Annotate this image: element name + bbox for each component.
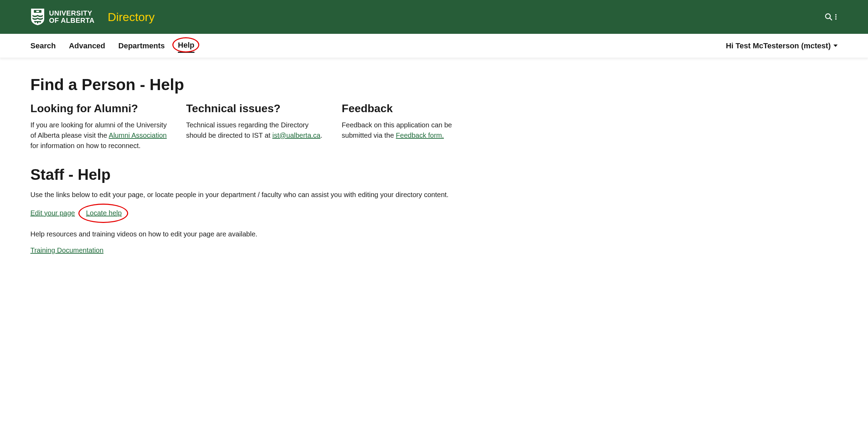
staff-link-row: Edit your page Locate help: [30, 209, 481, 217]
link-training-documentation[interactable]: Training Documentation: [30, 246, 104, 254]
header-left: UNIVERSITY OF ALBERTA Directory: [30, 8, 155, 26]
staff-title: Staff - Help: [30, 166, 481, 183]
shield-icon: [30, 8, 45, 26]
col-alumni: Looking for Alumni? If you are looking f…: [30, 102, 170, 151]
link-locate-help[interactable]: Locate help: [86, 209, 122, 217]
staff-resources-text: Help resources and training videos on ho…: [30, 230, 481, 238]
svg-line-3: [830, 18, 832, 20]
svg-point-6: [835, 18, 837, 20]
link-ist-email[interactable]: ist@ualberta.ca: [272, 131, 320, 139]
page-title: Find a Person - Help: [30, 75, 481, 94]
nav-item-search[interactable]: Search: [30, 39, 56, 52]
nav-left: Search Advanced Departments Help: [30, 39, 194, 53]
caret-down-icon: [833, 45, 838, 47]
svg-rect-1: [36, 11, 39, 12]
locate-help-wrap: Locate help: [86, 209, 122, 217]
svg-point-4: [835, 14, 837, 16]
nav-item-help-wrap: Help: [178, 39, 194, 53]
main-content: Find a Person - Help Looking for Alumni?…: [0, 58, 511, 268]
search-icon: [824, 13, 833, 21]
university-name: UNIVERSITY OF ALBERTA: [49, 10, 95, 24]
link-alumni-association[interactable]: Alumni Association: [109, 131, 167, 139]
app-title[interactable]: Directory: [108, 10, 155, 24]
link-feedback-form[interactable]: Feedback form.: [396, 131, 444, 139]
navbar: Search Advanced Departments Help Hi Test…: [0, 34, 868, 58]
staff-intro: Use the links below to edit your page, o…: [30, 191, 481, 199]
link-edit-your-page[interactable]: Edit your page: [30, 209, 75, 217]
col-alumni-text: If you are looking for alumni of the Uni…: [30, 120, 170, 151]
col-feedback: Feedback Feedback on this application ca…: [342, 102, 481, 151]
col-technical-text: Technical issues regarding the Directory…: [186, 120, 325, 140]
training-link-row: Training Documentation: [30, 246, 481, 254]
svg-point-5: [835, 16, 837, 18]
col-feedback-heading: Feedback: [342, 102, 481, 115]
col-alumni-heading: Looking for Alumni?: [30, 102, 170, 115]
more-vert-icon: [834, 13, 838, 21]
col-technical-heading: Technical issues?: [186, 102, 325, 115]
university-name-line1: UNIVERSITY: [49, 10, 95, 17]
nav-item-advanced[interactable]: Advanced: [69, 39, 105, 52]
nav-item-departments[interactable]: Departments: [118, 39, 165, 52]
nav-user-label: Hi Test McTesterson (mctest): [726, 41, 831, 50]
nav-item-help[interactable]: Help: [178, 39, 194, 53]
university-name-line2: OF ALBERTA: [49, 17, 95, 24]
col-technical: Technical issues? Technical issues regar…: [186, 102, 325, 151]
header-search-button[interactable]: [824, 13, 838, 21]
col-feedback-text: Feedback on this application can be subm…: [342, 120, 481, 140]
help-columns: Looking for Alumni? If you are looking f…: [30, 102, 481, 151]
header-bar: UNIVERSITY OF ALBERTA Directory: [0, 0, 868, 34]
university-logo[interactable]: UNIVERSITY OF ALBERTA: [30, 8, 95, 26]
nav-user-dropdown[interactable]: Hi Test McTesterson (mctest): [726, 41, 838, 50]
